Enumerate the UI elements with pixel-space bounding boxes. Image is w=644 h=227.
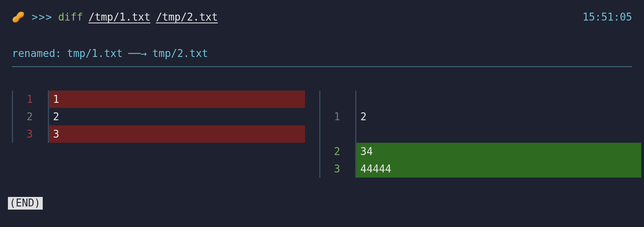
renamed-header: renamed: tmp/1.txt ──→ tmp/2.txt [12, 47, 632, 59]
line-number [320, 91, 355, 108]
diff-row: 2 2 [12, 108, 305, 125]
diff-line-removed: 1 [49, 91, 305, 108]
diff-view: 1 1 2 2 3 3 1 2 [12, 91, 632, 178]
diff-left-column: 1 1 2 2 3 3 [12, 91, 305, 178]
renamed-from: tmp/1.txt [67, 47, 123, 59]
divider [12, 66, 632, 67]
pager-end-marker[interactable]: (END) [8, 197, 43, 210]
line-number: 2 [13, 108, 48, 125]
line-number: 3 [320, 160, 355, 178]
prompt-line: 🥜 >>> diff /tmp/1.txt /tmp/2.txt 15:51:0… [12, 11, 632, 23]
renamed-to: tmp/2.txt [152, 47, 208, 59]
diff-right-column: 1 2 2 34 3 44444 [319, 91, 641, 178]
prompt-arrows: >>> [32, 11, 53, 23]
diff-line-removed: 3 [49, 125, 305, 143]
diff-row: 1 1 [12, 91, 305, 108]
line-number: 1 [320, 108, 355, 125]
diff-line-unchanged: 2 [356, 108, 641, 125]
diff-row: 3 44444 [319, 160, 641, 178]
diff-row: 1 2 [319, 108, 641, 125]
command-name: diff [58, 11, 83, 23]
diff-row [319, 125, 641, 143]
diff-line-added: 44444 [356, 160, 641, 178]
diff-row: 3 3 [12, 125, 305, 143]
command-arg-2: /tmp/2.txt [156, 11, 218, 23]
diff-line-empty [356, 125, 641, 143]
arrow-right-icon: ──→ [128, 47, 147, 59]
diff-line-unchanged: 2 [49, 108, 305, 125]
diff-line-added: 34 [356, 143, 641, 160]
diff-row [319, 91, 641, 108]
line-number: 2 [320, 143, 355, 160]
line-number: 3 [13, 125, 48, 143]
renamed-label: renamed: [12, 47, 61, 59]
line-number: 1 [13, 91, 48, 108]
peanut-icon: 🥜 [12, 11, 25, 23]
diff-line-empty [356, 91, 641, 108]
diff-row: 2 34 [319, 143, 641, 160]
command-arg-1: /tmp/1.txt [89, 11, 151, 23]
line-number [320, 125, 355, 143]
timestamp: 15:51:05 [583, 11, 632, 23]
